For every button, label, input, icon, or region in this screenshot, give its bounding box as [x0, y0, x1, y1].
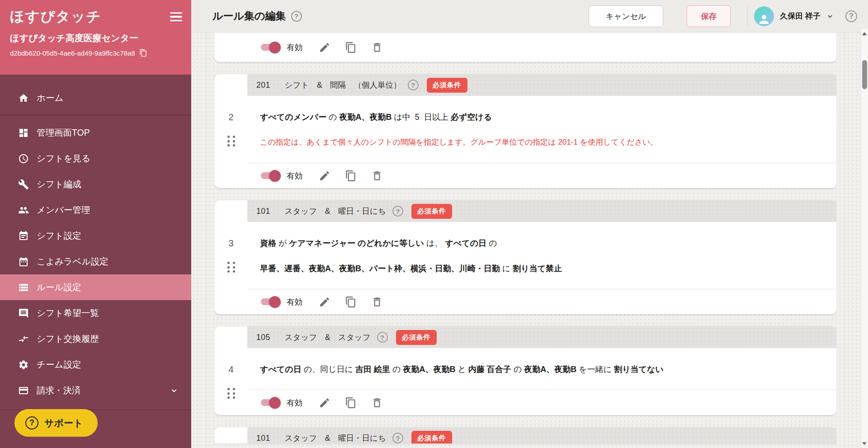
copy-icon[interactable] — [139, 49, 147, 57]
support-button[interactable]: ? サポート — [14, 409, 98, 437]
rule-card: 101スタッフ & 曜日・日にち?必須条件 — [215, 427, 836, 443]
pencil-icon — [319, 42, 330, 53]
rule-number: 3 — [215, 238, 247, 249]
chevron-down-icon[interactable] — [826, 12, 834, 20]
sidebar-item-label: シフト希望一覧 — [37, 307, 99, 319]
hamburger-menu-button[interactable] — [169, 10, 183, 24]
people-icon — [18, 205, 29, 216]
required-badge: 必須条件 — [396, 330, 437, 345]
enabled-toggle[interactable] — [261, 399, 279, 406]
content-right-border — [844, 33, 845, 448]
cancel-button[interactable]: キャンセル — [589, 5, 664, 27]
sidebar-item-home[interactable]: ホーム — [0, 81, 191, 115]
sidebar-item-admin-top[interactable]: 管理画面TOP — [0, 120, 191, 146]
pencil-icon — [319, 296, 330, 308]
edit-rule-button[interactable] — [319, 42, 330, 53]
scrollbar-thumb[interactable] — [862, 60, 867, 89]
drag-handle[interactable] — [215, 262, 247, 273]
rule-text: すべての日 の、同じ日に 吉田 絵里 の 夜勤A、夜勤B と 内藤 百合子 の … — [260, 363, 823, 376]
sidebar-item-members[interactable]: メンバー管理 — [0, 197, 191, 223]
sidebar-item-view-shifts[interactable]: シフトを見る — [0, 146, 191, 171]
delete-rule-button[interactable] — [371, 397, 383, 409]
rule-card-footer: 有効 — [247, 390, 836, 415]
rule-card-footer: 有効 — [215, 33, 836, 62]
scroll-up-arrow[interactable] — [862, 32, 867, 35]
duplicate-rule-button[interactable] — [345, 296, 357, 308]
save-button[interactable]: 保存 — [687, 5, 731, 27]
app-logo[interactable]: ほすぴタッチ — [10, 7, 101, 26]
duplicate-rule-button[interactable] — [345, 42, 357, 53]
sidebar: ほすぴタッチ ほすぴタッチ高度医療センター d2bdb620-05d5-4ae6… — [0, 0, 191, 448]
edit-rule-button[interactable] — [319, 170, 330, 182]
rule-help-icon[interactable]: ? — [392, 206, 403, 217]
rule-card: 105スタッフ & スタッフ?必須条件4すべての日 の、同じ日に 吉田 絵里 の… — [215, 326, 836, 415]
sidebar-item-shift-settings[interactable]: シフト設定 — [0, 223, 191, 249]
trash-icon — [371, 170, 383, 182]
rule-code: 201 — [256, 80, 270, 90]
rule-card-footer: 有効 — [247, 289, 836, 314]
sidebar-item-calendar-labels[interactable]: こよみラベル設定 — [0, 249, 191, 274]
rule-card-header: 101スタッフ & 曜日・日にち?必須条件 — [247, 427, 836, 443]
rule-card-footer: 有効 — [247, 163, 836, 188]
rule-text: 資格 が ケアマネージャー のどれかに等しい は、 すべての日 の — [260, 236, 823, 250]
sidebar-item-shift-requests[interactable]: シフト希望一覧 — [0, 300, 191, 326]
content-left-border — [207, 33, 207, 448]
header-divider — [747, 5, 748, 27]
sidebar-item-label: メンバー管理 — [37, 204, 90, 216]
drag-handle[interactable] — [215, 136, 247, 146]
enabled-toggle[interactable] — [261, 44, 279, 51]
required-badge: 必須条件 — [411, 431, 452, 444]
user-avatar[interactable] — [754, 6, 774, 26]
sidebar-item-label: シフト編成 — [37, 178, 81, 190]
rule-number: 2 — [215, 112, 247, 123]
sidebar-item-label: シフト設定 — [37, 230, 81, 242]
rule-card-header: 201シフト & 間隔 （個人単位）?必須条件 — [247, 74, 836, 96]
delete-rule-button[interactable] — [371, 296, 383, 308]
sidebar-item-label: ルール設定 — [37, 281, 81, 293]
rule-card-header: 101スタッフ & 曜日・日にち?必須条件 — [247, 200, 836, 222]
help-icon: ? — [25, 416, 38, 429]
sidebar-item-shift-build[interactable]: シフト編成 — [0, 171, 191, 197]
sidebar-item-team-settings[interactable]: チーム設定 — [0, 352, 191, 377]
sidebar-item-billing[interactable]: 請求・決済 — [0, 377, 191, 403]
pencil-icon — [319, 170, 330, 182]
rule-number: 4 — [215, 364, 247, 375]
rule-help-icon[interactable]: ? — [408, 80, 419, 90]
sidebar-item-rules[interactable]: ルール設定 — [0, 274, 191, 300]
trash-icon — [371, 296, 383, 308]
rule-code: 101 — [256, 434, 270, 443]
rule-category: スタッフ & 曜日・日にち — [285, 433, 386, 443]
rule-text: すべてのメンバー の 夜勤A、夜勤B は中 5 日以上 必ず空ける — [260, 110, 823, 124]
sidebar-item-label: 請求・決済 — [37, 384, 81, 396]
rule-help-icon[interactable]: ? — [377, 332, 388, 343]
delete-rule-button[interactable] — [371, 42, 383, 53]
rule-card-body: 2すべてのメンバー の 夜勤A、夜勤B は中 5 日以上 必ず空けるこの指定は、… — [215, 96, 836, 163]
rules-list: 有効201シフト & 間隔 （個人単位）?必須条件2すべてのメンバー の 夜勤A… — [215, 33, 836, 448]
header-help-icon[interactable]: ? — [845, 10, 857, 22]
delete-rule-button[interactable] — [371, 170, 383, 182]
duplicate-rule-button[interactable] — [345, 170, 357, 182]
sidebar-item-shift-exchange-history[interactable]: シフト交換履歴 — [0, 326, 191, 352]
calendar-note-icon — [18, 231, 29, 241]
rule-category: スタッフ & 曜日・日にち — [285, 206, 386, 217]
wrench-icon — [18, 179, 29, 190]
enabled-toggle[interactable] — [261, 172, 279, 179]
rule-card-header: 105スタッフ & スタッフ?必須条件 — [247, 326, 836, 348]
scroll-down-arrow[interactable] — [862, 442, 867, 445]
rule-card: 201シフト & 間隔 （個人単位）?必須条件2すべてのメンバー の 夜勤A、夜… — [215, 74, 836, 188]
edit-rule-button[interactable] — [319, 296, 330, 308]
gear-icon — [18, 359, 29, 370]
rule-help-icon[interactable]: ? — [392, 433, 403, 443]
edit-rule-button[interactable] — [319, 397, 330, 409]
vertical-scrollbar[interactable] — [860, 29, 868, 448]
enabled-toggle[interactable] — [261, 298, 279, 305]
rule-warning-note: この指定は、あくまで個々人のシフトの間隔を指定します。グループ単位での指定は 2… — [260, 136, 823, 149]
home-icon — [18, 93, 29, 104]
duplicate-rule-button[interactable] — [345, 397, 357, 409]
rule-text: 早番、遅番、夜勤A、夜勤B、パート枠、横浜・日勤、川崎・日勤 に 割り当て禁止 — [260, 262, 823, 275]
drag-handle[interactable] — [215, 388, 247, 399]
duplicate-icon — [345, 170, 357, 182]
trash-icon — [371, 397, 383, 409]
page-title-help-icon[interactable]: ? — [291, 11, 302, 22]
rule-category: シフト & 間隔 （個人単位） — [285, 80, 401, 90]
